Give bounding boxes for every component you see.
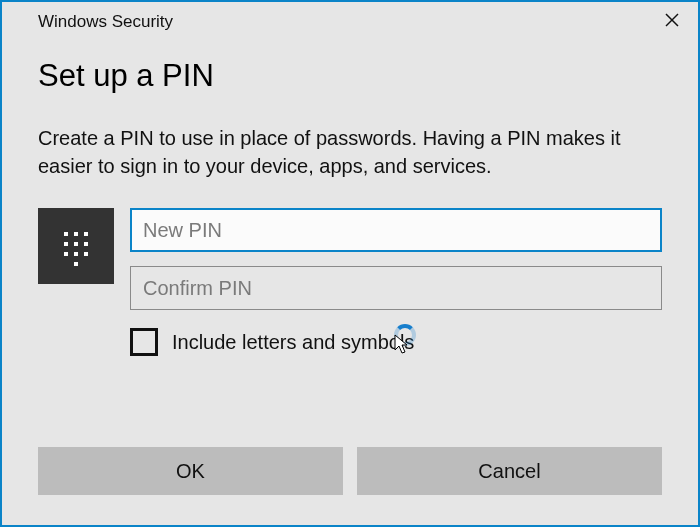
svg-rect-6	[74, 242, 78, 246]
page-title: Set up a PIN	[38, 58, 662, 94]
cancel-button[interactable]: Cancel	[357, 447, 662, 495]
close-icon	[665, 12, 679, 32]
close-button[interactable]	[660, 10, 684, 34]
svg-rect-9	[74, 252, 78, 256]
window-title: Windows Security	[38, 12, 173, 32]
svg-rect-2	[64, 232, 68, 236]
windows-security-dialog: Windows Security Set up a PIN Create a P…	[0, 0, 700, 527]
svg-rect-10	[84, 252, 88, 256]
dialog-buttons: OK Cancel	[38, 447, 662, 495]
new-pin-input[interactable]	[130, 208, 662, 252]
titlebar: Windows Security	[2, 2, 698, 40]
include-letters-row: Include letters and symbols	[130, 328, 662, 356]
include-letters-checkbox[interactable]	[130, 328, 158, 356]
svg-rect-5	[64, 242, 68, 246]
svg-rect-11	[74, 262, 78, 266]
dialog-content: Set up a PIN Create a PIN to use in plac…	[2, 40, 698, 356]
svg-rect-3	[74, 232, 78, 236]
pin-fields	[130, 208, 662, 310]
ok-button[interactable]: OK	[38, 447, 343, 495]
svg-rect-8	[64, 252, 68, 256]
include-letters-label: Include letters and symbols	[172, 331, 414, 354]
svg-rect-7	[84, 242, 88, 246]
confirm-pin-input[interactable]	[130, 266, 662, 310]
pin-form-row	[38, 208, 662, 310]
pin-keypad-icon	[38, 208, 114, 284]
description-text: Create a PIN to use in place of password…	[38, 124, 662, 180]
svg-rect-4	[84, 232, 88, 236]
